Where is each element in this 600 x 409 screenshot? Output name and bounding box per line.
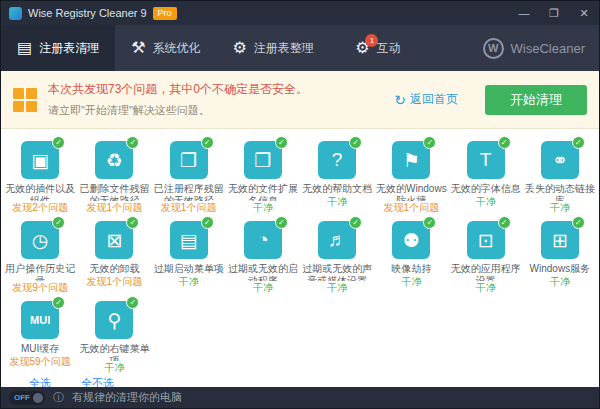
- item-icon: ⚭✓: [541, 141, 579, 179]
- item-label: 无效的卸载: [78, 263, 150, 275]
- scan-summary-bar: 本次共发现73个问题，其中0个不确定是否安全。 请立即"开始清理"解决这些问题。…: [1, 71, 599, 129]
- item-icon: ◷✓: [21, 221, 59, 259]
- check-icon[interactable]: ✓: [423, 136, 436, 149]
- item-help-docs[interactable]: ?✓ 无效的帮助文档 干净: [300, 135, 374, 213]
- item-icon: ⚑✓: [392, 141, 430, 179]
- item-status: 干净: [327, 282, 347, 293]
- gear-icon: ⚙: [232, 40, 246, 56]
- check-icon[interactable]: ✓: [498, 136, 511, 149]
- check-icon[interactable]: ✓: [201, 216, 214, 229]
- main-content: ▣✓ 无效的插件以及组件 发现2个问题 ♻✓ 已删除文件残留的无效路径 发现1个…: [1, 129, 599, 387]
- maximize-button[interactable]: ❐: [539, 1, 569, 25]
- tab-registry-defrag[interactable]: ⚙ 注册表整理: [216, 25, 329, 71]
- item-app-settings[interactable]: ⊡✓ 无效的应用程序设置 干净: [449, 215, 523, 293]
- check-icon[interactable]: ✓: [126, 296, 139, 309]
- item-status: 干净: [179, 276, 199, 287]
- item-expired-start-menu[interactable]: ▤✓ 过期启动菜单项 干净: [152, 215, 226, 293]
- item-icon: ▣✓: [21, 141, 59, 179]
- item-status: 干净: [253, 282, 273, 293]
- check-icon[interactable]: ✓: [275, 136, 288, 149]
- item-label: 丢失的动态链接库: [524, 183, 596, 201]
- item-status: 干净: [104, 362, 124, 373]
- check-icon[interactable]: ✓: [52, 136, 65, 149]
- item-status: 发现2个问题: [12, 202, 68, 213]
- item-mui-cache[interactable]: MUI✓ MUI缓存 发现59个问题: [3, 295, 77, 373]
- wisecleaner-brand[interactable]: W WiseCleaner: [483, 25, 599, 71]
- item-label: 过期或无效的声音或媒体设置: [301, 263, 373, 281]
- refresh-icon: ↻: [394, 92, 406, 108]
- item-label: 过期或无效的启动程序: [227, 263, 299, 281]
- item-invalid-startup[interactable]: ◔✓ 过期或无效的启动程序 干净: [226, 215, 300, 293]
- minimize-button[interactable]: —: [509, 1, 539, 25]
- check-icon[interactable]: ✓: [423, 216, 436, 229]
- item-status: 发现1个问题: [87, 276, 143, 287]
- check-icon[interactable]: ✓: [498, 216, 511, 229]
- schedule-toggle[interactable]: OFF: [9, 391, 45, 405]
- tab-label: 系统优化: [152, 40, 200, 57]
- tools-icon: ⚒: [131, 40, 145, 56]
- item-icon: MUI✓: [21, 301, 59, 339]
- item-sound-media[interactable]: ♬✓ 过期或无效的声音或媒体设置 干净: [300, 215, 374, 293]
- start-clean-button[interactable]: 开始清理: [485, 85, 587, 115]
- item-context-menu[interactable]: ⚲✓ 无效的右键菜单项 干净: [77, 295, 151, 373]
- item-label: MUI缓存: [4, 343, 76, 355]
- grid-icon: [13, 88, 37, 112]
- item-label: 用户操作历史记录: [4, 263, 76, 281]
- item-status: 发现1个问题: [87, 202, 143, 213]
- check-icon[interactable]: ✓: [126, 136, 139, 149]
- app-logo-icon: [9, 7, 22, 20]
- nav-bar: ▤ 注册表清理 ⚒ 系统优化 ⚙ 注册表整理 ⚙1 互动 W WiseClean…: [1, 25, 599, 71]
- tab-registry-cleanup[interactable]: ▤ 注册表清理: [1, 25, 115, 71]
- tab-system-tuneup[interactable]: ⚒ 系统优化: [115, 25, 216, 71]
- item-font-info[interactable]: T✓ 无效的字体信息 干净: [449, 135, 523, 213]
- back-home-link[interactable]: ↻ 返回首页: [394, 91, 458, 108]
- select-all-link[interactable]: 全选: [29, 376, 51, 387]
- tab-label: 注册表整理: [254, 40, 314, 57]
- item-icon: ◔✓: [244, 221, 282, 259]
- item-missing-dll[interactable]: ⚭✓ 丢失的动态链接库 干净: [523, 135, 597, 213]
- item-label: 无效的Windows防火墙: [375, 183, 447, 201]
- check-icon[interactable]: ✓: [572, 136, 585, 149]
- item-label: 已注册程序残留的无效路径: [153, 183, 225, 201]
- check-icon[interactable]: ✓: [349, 216, 362, 229]
- check-icon[interactable]: ✓: [126, 216, 139, 229]
- selection-links: 全选 全不选: [3, 373, 597, 387]
- item-image-hijack[interactable]: ⚉✓ 映像劫持 干净: [374, 215, 448, 293]
- item-icon: ▤✓: [170, 221, 208, 259]
- item-icon: ⊠✓: [95, 221, 133, 259]
- window-title: Wise Registry Cleaner 9: [28, 7, 147, 19]
- check-icon[interactable]: ✓: [572, 216, 585, 229]
- item-invalid-plugins[interactable]: ▣✓ 无效的插件以及组件 发现2个问题: [3, 135, 77, 213]
- item-windows-services[interactable]: ⊞✓ Windows服务 干净: [523, 215, 597, 293]
- item-windows-firewall[interactable]: ⚑✓ 无效的Windows防火墙 发现1个问题: [374, 135, 448, 213]
- item-invalid-uninstall[interactable]: ⊠✓ 无效的卸载 发现1个问题: [77, 215, 151, 293]
- select-none-link[interactable]: 全不选: [81, 376, 114, 387]
- item-icon: ❒✓: [244, 141, 282, 179]
- item-status: 干净: [476, 282, 496, 293]
- item-status: 干净: [550, 202, 570, 213]
- item-user-history[interactable]: ◷✓ 用户操作历史记录 发现9个问题: [3, 215, 77, 293]
- item-deleted-file-leftovers[interactable]: ♻✓ 已删除文件残留的无效路径 发现1个问题: [77, 135, 151, 213]
- item-label: 无效的帮助文档: [301, 183, 373, 195]
- check-icon[interactable]: ✓: [275, 216, 288, 229]
- item-icon: ♻✓: [95, 141, 133, 179]
- item-icon: ?✓: [318, 141, 356, 179]
- check-icon[interactable]: ✓: [52, 296, 65, 309]
- item-status: 发现1个问题: [384, 202, 440, 213]
- wisecleaner-logo-text: WiseCleaner: [511, 41, 585, 56]
- item-label: 无效的字体信息: [450, 183, 522, 195]
- item-registered-program-leftovers[interactable]: ❐✓ 已注册程序残留的无效路径 发现1个问题: [152, 135, 226, 213]
- check-icon[interactable]: ✓: [52, 216, 65, 229]
- tab-label: 互动: [376, 40, 400, 57]
- item-icon: ⚲✓: [95, 301, 133, 339]
- pro-badge: Pro: [153, 7, 177, 20]
- item-icon: ♬✓: [318, 221, 356, 259]
- check-icon[interactable]: ✓: [349, 136, 362, 149]
- item-label: 映像劫持: [375, 263, 447, 275]
- tab-community[interactable]: ⚙1 互动: [330, 25, 426, 71]
- item-icon: T✓: [467, 141, 505, 179]
- check-icon[interactable]: ✓: [201, 136, 214, 149]
- item-file-extensions[interactable]: ❒✓ 无效的文件扩展名信息 干净: [226, 135, 300, 213]
- close-button[interactable]: ✕: [569, 1, 599, 25]
- item-icon: ⊡✓: [467, 221, 505, 259]
